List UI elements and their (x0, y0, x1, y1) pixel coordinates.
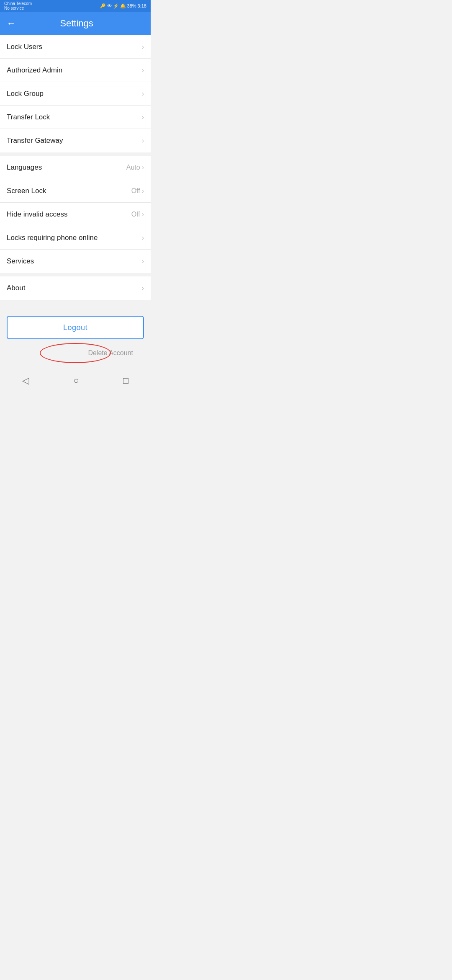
chevron-icon: › (142, 67, 144, 74)
authorized-admin-label: Authorized Admin (7, 66, 62, 75)
settings-item-lock-users[interactable]: Lock Users › (0, 35, 151, 59)
status-bar: China Telecom No service 🔑 👁 ⚡ 🔔 38% 3:1… (0, 0, 151, 12)
carrier-name: China Telecom (4, 1, 32, 6)
lock-group-label: Lock Group (7, 90, 44, 98)
status-icons: 🔑 👁 ⚡ 🔔 38% 3:18 (100, 3, 146, 9)
transfer-lock-right: › (142, 113, 144, 121)
nav-home-button[interactable]: ○ (73, 375, 79, 386)
chevron-icon: › (142, 113, 144, 121)
settings-item-services[interactable]: Services › (0, 250, 151, 273)
time: 3:18 (138, 3, 146, 8)
nav-bar: ◁ ○ □ (0, 370, 151, 393)
page-title: Settings (24, 18, 129, 29)
hide-invalid-access-label: Hide invalid access (7, 210, 68, 219)
chevron-icon: › (142, 137, 144, 144)
carrier-info: China Telecom No service (4, 1, 32, 10)
lock-group-right: › (142, 90, 144, 98)
lock-users-label: Lock Users (7, 43, 42, 51)
services-right: › (142, 258, 144, 265)
settings-item-locks-requiring-phone[interactable]: Locks requiring phone online › (0, 226, 151, 250)
nav-recent-button[interactable]: □ (123, 375, 128, 386)
chevron-icon: › (142, 211, 144, 218)
languages-value: Auto (126, 164, 140, 171)
languages-label: Languages (7, 163, 42, 172)
settings-section-3: About › (0, 276, 151, 300)
chevron-icon: › (142, 258, 144, 265)
hide-invalid-access-right: Off › (131, 211, 144, 218)
bottom-area: Logout Delete Account (0, 303, 151, 367)
settings-item-languages[interactable]: Languages Auto › (0, 156, 151, 179)
transfer-lock-label: Transfer Lock (7, 113, 50, 121)
about-label: About (7, 284, 25, 292)
settings-item-lock-group[interactable]: Lock Group › (0, 82, 151, 106)
hide-invalid-access-value: Off (131, 211, 140, 218)
settings-item-transfer-gateway[interactable]: Transfer Gateway › (0, 129, 151, 152)
settings-item-about[interactable]: About › (0, 276, 151, 300)
settings-item-authorized-admin[interactable]: Authorized Admin › (0, 59, 151, 82)
services-label: Services (7, 257, 34, 266)
no-service: No service (4, 6, 32, 10)
screen-lock-right: Off › (131, 187, 144, 195)
settings-item-hide-invalid-access[interactable]: Hide invalid access Off › (0, 203, 151, 226)
chevron-icon: › (142, 234, 144, 242)
header: ← Settings (0, 12, 151, 35)
chevron-icon: › (142, 187, 144, 195)
eye-icon: 👁 (107, 3, 112, 8)
battery: 38% (127, 3, 136, 8)
settings-item-screen-lock[interactable]: Screen Lock Off › (0, 179, 151, 203)
chevron-icon: › (142, 164, 144, 171)
key-icon: 🔑 (100, 3, 106, 9)
transfer-gateway-label: Transfer Gateway (7, 137, 63, 145)
screen-lock-label: Screen Lock (7, 187, 46, 195)
chevron-icon: › (142, 284, 144, 292)
delete-account-wrapper: Delete Account (7, 346, 144, 360)
authorized-admin-right: › (142, 67, 144, 74)
locks-requiring-phone-label: Locks requiring phone online (7, 234, 98, 242)
screen-lock-value: Off (131, 187, 140, 195)
delete-account-button[interactable]: Delete Account (81, 346, 140, 360)
transfer-gateway-right: › (142, 137, 144, 144)
lock-users-right: › (142, 43, 144, 51)
settings-item-transfer-lock[interactable]: Transfer Lock › (0, 106, 151, 129)
chevron-icon: › (142, 90, 144, 98)
about-right: › (142, 284, 144, 292)
settings-section-2: Languages Auto › Screen Lock Off › Hide … (0, 156, 151, 273)
nav-back-button[interactable]: ◁ (22, 375, 29, 386)
alarm-icon: 🔔 (120, 3, 126, 9)
locks-requiring-phone-right: › (142, 234, 144, 242)
chevron-icon: › (142, 43, 144, 51)
settings-section-1: Lock Users › Authorized Admin › Lock Gro… (0, 35, 151, 152)
back-button[interactable]: ← (7, 19, 16, 28)
languages-right: Auto › (126, 164, 144, 171)
bluetooth-icon: ⚡ (113, 3, 119, 9)
logout-button[interactable]: Logout (7, 316, 144, 339)
